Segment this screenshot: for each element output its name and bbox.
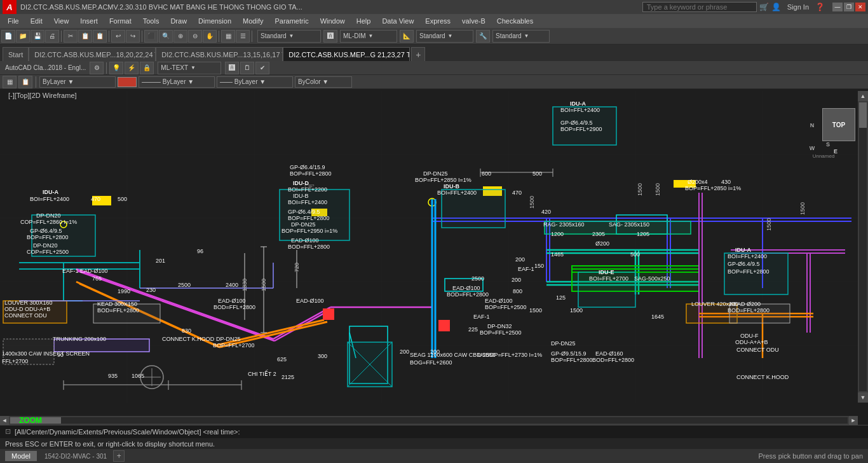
bolt-icon[interactable]: ⚡ (125, 62, 139, 74)
add-tab-button[interactable]: + (411, 47, 425, 61)
tab-start[interactable]: Start (3, 47, 29, 61)
open-btn[interactable]: 📁 (16, 30, 30, 43)
style-btn2[interactable]: 📐 (400, 30, 414, 43)
style-btn1[interactable]: 🅰 (323, 30, 337, 43)
svg-text:CHI TIẾT 2: CHI TIẾT 2 (248, 370, 276, 377)
save-btn[interactable]: 💾 (31, 30, 44, 43)
transparency-dropdown[interactable]: ByColor ▼ (295, 76, 352, 88)
layer-state-btn[interactable]: 📋 (18, 76, 32, 88)
scroll-track-bottom[interactable] (10, 417, 848, 424)
tab-1[interactable]: DI2.CTC.ASB.KUS.MEP...18,20,22,24 THAP 1… (29, 47, 156, 61)
copy-btn[interactable]: 📋 (78, 30, 92, 43)
model-tab[interactable]: Model (5, 451, 37, 461)
svg-text:SAG- 2305x150: SAG- 2305x150 (609, 221, 649, 228)
menu-dataview[interactable]: Data View (377, 16, 419, 26)
zoom-btn[interactable]: 🔍 (159, 30, 173, 43)
cad-drawing: 230 90 96 201 830 300 625 1500 720 1330 … (0, 91, 858, 403)
match-prop-btn[interactable]: ⬛ (144, 30, 158, 43)
style-dropdown-2[interactable]: ML-DIM ▼ (340, 30, 397, 43)
new-btn[interactable]: 📄 (1, 30, 15, 43)
svg-text:USBOP=FFL+2730 I=1%: USBOP=FFL+2730 I=1% (478, 352, 542, 358)
color-swatch[interactable] (118, 77, 137, 87)
menu-parametric[interactable]: Parametric (269, 16, 313, 26)
menu-express[interactable]: Express (420, 16, 456, 26)
menu-modify[interactable]: Modify (238, 16, 268, 26)
menu-insert[interactable]: Insert (75, 16, 103, 26)
cut-btn[interactable]: ✂ (64, 30, 78, 43)
layer-dropdown[interactable]: ByLayer ▼ (39, 76, 116, 88)
svg-text:EAD-Ø100: EAD-Ø100 (291, 237, 319, 244)
sign-in-link[interactable]: Sign In (787, 3, 809, 11)
layer-btn[interactable]: ▦ (221, 30, 235, 43)
menu-format[interactable]: Format (104, 16, 137, 26)
menu-window[interactable]: Window (315, 16, 350, 26)
add-layout-button[interactable]: + (113, 450, 125, 462)
svg-text:EAF-1: EAF-1 (473, 314, 490, 320)
svg-text:BOI=FFL+2400: BOI=FFL+2400 (560, 107, 600, 113)
scroll-track-right[interactable] (859, 102, 867, 391)
tab-2[interactable]: DI2.CTC.ASB.KUS.MEP...13,15,16,17 THAP 1… (156, 47, 283, 61)
menu-edit[interactable]: Edit (25, 16, 48, 26)
scroll-down-button[interactable]: ▼ (858, 392, 868, 403)
svg-text:150: 150 (534, 263, 544, 269)
menu-valveb[interactable]: valve-B (457, 16, 491, 26)
user-icon[interactable]: 👤 (771, 3, 781, 11)
settings-gear-icon[interactable]: ⚙ (90, 62, 104, 74)
cart-icon[interactable]: 🛒 (759, 3, 769, 11)
menu-tools[interactable]: Tools (138, 16, 165, 26)
svg-text:BOP=FFL+2500: BOP=FFL+2500 (485, 304, 527, 310)
svg-text:600: 600 (482, 170, 491, 177)
svg-text:DP-DN25: DP-DN25 (216, 336, 241, 342)
paste-btn[interactable]: 📋 (93, 30, 107, 43)
undo-btn[interactable]: ↩ (111, 30, 125, 43)
minimize-button[interactable]: — (832, 3, 843, 11)
zoom-out-btn[interactable]: ⊖ (188, 30, 202, 43)
menu-dimension[interactable]: Dimension (193, 16, 236, 26)
prop-btn[interactable]: ☰ (236, 30, 250, 43)
text-style-icon[interactable]: 🅰 (225, 62, 239, 74)
scroll-thumb-right[interactable] (859, 102, 867, 128)
scroll-up-button[interactable]: ▲ (858, 91, 868, 101)
menu-checkables[interactable]: Checkables (492, 16, 538, 26)
lock-icon[interactable]: 🔒 (140, 62, 154, 74)
svg-text:DP-DN20: DP-DN20 (36, 212, 61, 219)
pan-btn[interactable]: ✋ (203, 30, 217, 43)
tab-3[interactable]: DI2.CTC.ASB.KUS.MEP...G 21,23,27 THAP 1*… (283, 47, 410, 61)
svg-text:GP-Ø6.4/9.5: GP-Ø6.4/9.5 (560, 120, 593, 126)
menu-view[interactable]: View (49, 16, 74, 26)
scroll-left-button[interactable]: ◄ (0, 416, 9, 425)
style-btn3[interactable]: 🔧 (476, 30, 490, 43)
help-icon[interactable]: ❓ (815, 3, 825, 11)
view-cube-top[interactable]: TOP (822, 108, 855, 141)
search-input[interactable] (642, 2, 757, 12)
drawing-area[interactable]: 230 90 96 201 830 300 625 1500 720 1330 … (0, 91, 858, 403)
scrollbar-right[interactable]: ▲ ▼ (858, 91, 868, 403)
style-dropdown-3[interactable]: Standard ▼ (416, 30, 473, 43)
svg-text:1330: 1330 (241, 279, 248, 291)
plot-btn[interactable]: 🖨 (45, 30, 59, 43)
spell-icon[interactable]: ✔ (255, 62, 269, 74)
svg-text:BOP=FFL+2850 I=1%: BOP=FFL+2850 I=1% (415, 177, 471, 183)
menu-draw[interactable]: Draw (165, 16, 192, 26)
redo-btn[interactable]: ↪ (126, 30, 140, 43)
svg-text:TRUNKING 200x100: TRUNKING 200x100 (53, 336, 106, 342)
menu-help[interactable]: Help (351, 16, 376, 26)
scrollbar-bottom[interactable]: ◄ ► (0, 416, 858, 425)
layer-prop-btn[interactable]: ▦ (3, 76, 17, 88)
close-button[interactable]: ✕ (855, 3, 865, 11)
style-dropdown-4[interactable]: Standard ▼ (492, 30, 550, 43)
linetype-dropdown[interactable]: ——— ByLayer ▼ (139, 76, 215, 88)
text-style-dropdown[interactable]: ML-TEXT ▼ (158, 62, 221, 74)
lineweight-dropdown[interactable]: —— ByLayer ▼ (217, 76, 293, 88)
light-bulb-icon[interactable]: 💡 (109, 62, 123, 74)
scroll-right-button[interactable]: ► (849, 416, 858, 425)
svg-text:1500: 1500 (570, 307, 583, 314)
svg-text:CONNECT K.HOOD: CONNECT K.HOOD (736, 374, 789, 380)
multi-text-icon[interactable]: 🗒 (240, 62, 254, 74)
restore-button[interactable]: ❐ (844, 3, 854, 11)
style-dropdown-1[interactable]: Standard ▼ (257, 30, 321, 43)
menu-file[interactable]: File (3, 16, 24, 26)
zoom-in-btn[interactable]: ⊕ (173, 30, 187, 43)
status-prompt-icon: ⊡ (5, 427, 11, 436)
svg-text:☞: ☞ (304, 180, 315, 194)
